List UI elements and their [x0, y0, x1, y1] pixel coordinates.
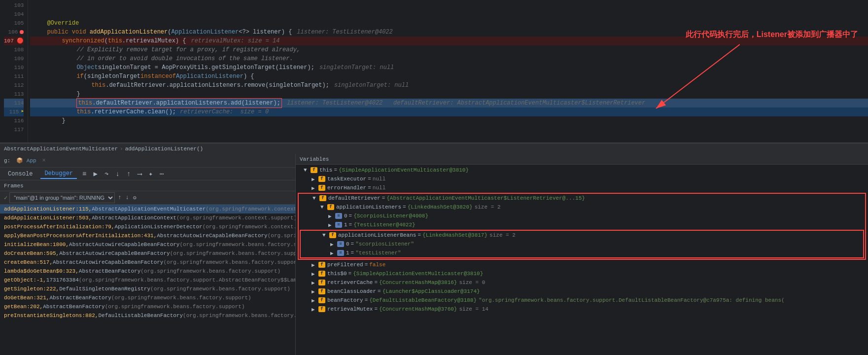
frames-title: Frames: [4, 183, 24, 189]
variables-title: Variables: [300, 156, 329, 162]
tab-console[interactable]: Console: [4, 170, 36, 178]
frame-item-0[interactable]: addApplicationListener:115, AbstractAppl…: [0, 205, 295, 213]
code-line-107: synchronized (this.retrievalMutex) { ret…: [30, 36, 868, 45]
breadcrumb-method: addApplicationListener(): [125, 146, 203, 152]
var-row-this[interactable]: ▼ f this = {SimpleApplicationEventMultic…: [296, 166, 868, 175]
code-line-113: }: [30, 90, 868, 99]
var-row-defaultretriever[interactable]: ▼ f defaultRetriever = {AbstractApplicat…: [299, 194, 865, 203]
thread-selector[interactable]: "main"@1 in group "main": RUNNING: [9, 192, 115, 203]
breadcrumb-class: AbstractApplicationEventMulticaster: [4, 146, 118, 152]
code-line-106: public void addApplicationListener(Appli…: [30, 28, 868, 36]
frames-header: Frames: [0, 180, 295, 191]
frame-item-1[interactable]: addApplicationListener:503, AbstractAppl…: [0, 213, 295, 222]
var-row-beanfactory[interactable]: ▶ f beanFactory = {DefaultListableBeanFa…: [296, 296, 868, 305]
line-numbers: 103 104 105 106 107 🔴 108 109 110 111 11…: [0, 0, 28, 142]
editor-area: 103 104 105 106 107 🔴 108 109 110 111 11…: [0, 0, 868, 143]
debug-step-out-icon[interactable]: ↑: [125, 169, 132, 179]
var-row-taskexecutor[interactable]: ▶ f taskExecutor = null: [296, 175, 868, 183]
var-row-applistenerbeans-0[interactable]: ▶ ≡ 0 = "scorpiosListener": [301, 240, 863, 248]
frame-item-10[interactable]: doGetBean:321, AbstractBeanFactory (org.…: [0, 293, 295, 302]
code-line-116: }: [30, 116, 868, 125]
var-row-errorhandler[interactable]: ▶ f errorHandler = null: [296, 183, 868, 192]
frame-item-8[interactable]: getObject:-1, 1731763384 (org.springfram…: [0, 276, 295, 284]
frame-item-6[interactable]: createBean:517, AbstractAutowireCapableB…: [0, 258, 295, 267]
debug-eval-icon[interactable]: ✦: [147, 169, 154, 179]
left-panel: g: 📦 App × Console Debugger ≡ ▶ ↷ ↓ ↑ ⟶ …: [0, 154, 296, 355]
debug-resume-icon[interactable]: ▶: [92, 169, 99, 179]
code-line-110: Object singletonTarget = AopProxyUtils.g…: [30, 63, 868, 72]
thread-down-icon[interactable]: ↓: [124, 193, 130, 202]
var-row-prefiltered[interactable]: ▶ f preFiltered = false: [296, 260, 868, 269]
frame-item-12[interactable]: preInstantiateSingletons:882, DefaultLis…: [0, 311, 295, 320]
var-row-applisteners-0[interactable]: ▶ ≡ 0 = {ScorpiosListener@4008}: [299, 212, 865, 220]
code-content: @Override public void addApplicationList…: [28, 0, 868, 142]
code-line-111: if (singletonTarget instanceof Applicati…: [30, 72, 868, 81]
code-line-109: // in order to avoid double invocations …: [30, 54, 868, 63]
code-line-117: [30, 125, 868, 134]
thread-check: ✓: [4, 194, 7, 202]
code-line-103: [30, 1, 868, 10]
code-line-108: // Explicitly remove target for a proxy,…: [30, 45, 868, 54]
debug-panel: g: 📦 App × Console Debugger ≡ ▶ ↷ ↓ ↑ ⟶ …: [0, 154, 868, 355]
code-line-114: this.defaultRetriever.applicationListene…: [30, 99, 868, 107]
variables-list: ▼ f this = {SimpleApplicationEventMultic…: [296, 165, 868, 355]
var-row-applistenerbeans[interactable]: ▼ f applicationListenerBeans = {LinkedHa…: [301, 231, 863, 240]
right-panel: Variables ▼ f this = {SimpleApplicationE…: [296, 154, 868, 355]
code-line-105: @Override: [30, 19, 868, 28]
code-line-115: this.retrieverCache.clean();retrieverCac…: [30, 107, 868, 116]
breadcrumb-bar: AbstractApplicationEventMulticaster › ad…: [0, 143, 868, 154]
frame-item-11[interactable]: getBean:202, AbstractBeanFactory (org.sp…: [0, 302, 295, 311]
var-row-applisteners-1[interactable]: ▶ ≡ 1 = {TestListener@4022}: [299, 220, 865, 229]
thread-filter-icon[interactable]: ⊝: [132, 193, 138, 203]
annotation-override: @Override: [47, 19, 79, 28]
frame-item-3[interactable]: applyBeanPostProcessorsAfterInitializati…: [0, 231, 295, 240]
frame-list: addApplicationListener:115, AbstractAppl…: [0, 205, 295, 355]
var-row-retrievercache[interactable]: ▶ f retrieverCache = {ConcurrentHashMap@…: [296, 278, 868, 287]
debug-settings-icon[interactable]: ≡: [81, 169, 88, 179]
debug-step-over-icon[interactable]: ↷: [103, 169, 110, 179]
var-row-this0[interactable]: ▶ f this$0 = {SimpleApplicationEventMult…: [296, 269, 868, 278]
frame-item-4[interactable]: initializeBean:1800, AbstractAutowireCap…: [0, 240, 295, 249]
code-line-104: [30, 10, 868, 19]
frame-item-5[interactable]: doCreateBean:595, AbstractAutowireCapabl…: [0, 249, 295, 258]
debug-step-into-icon[interactable]: ↓: [114, 169, 121, 179]
debug-run-cursor-icon[interactable]: ⟶: [136, 169, 143, 179]
frame-item-9[interactable]: getSingleton:222, DefaultSingletonBeanRe…: [0, 284, 295, 293]
var-row-beanclassloader[interactable]: ▶ f beanClassLoader = {Launcher$AppClass…: [296, 287, 868, 296]
frame-item-2[interactable]: postProcessAfterInitialization:79, Appli…: [0, 222, 295, 231]
debug-toolbar: g: 📦 App ×: [0, 154, 295, 168]
variables-header: Variables: [296, 154, 868, 165]
code-line-112: this.defaultRetriever.applicationListene…: [30, 81, 868, 90]
thread-up-icon[interactable]: ↑: [117, 193, 122, 202]
frame-item-7[interactable]: lambda$doGetBean$0:323, AbstractBeanFact…: [0, 267, 295, 276]
tab-debugger[interactable]: Debugger: [40, 169, 77, 179]
debug-more-icon[interactable]: ⋯: [158, 169, 165, 179]
var-row-applisteners[interactable]: ▼ f applicationListeners = {LinkedHashSe…: [299, 203, 865, 212]
var-row-retrievalmutex[interactable]: ▶ f retrievalMutex = {ConcurrentHashMap@…: [296, 305, 868, 314]
var-row-applistenerbeans-1[interactable]: ▶ ≡ 1 = "testListener": [301, 248, 863, 257]
